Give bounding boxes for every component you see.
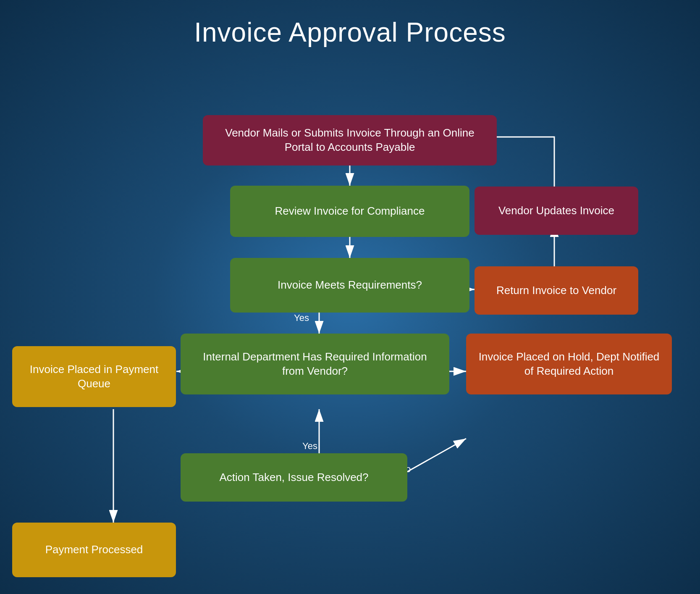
invoice-meets-node: Invoice Meets Requirements?	[230, 258, 469, 313]
yes-label-1: Yes	[294, 313, 309, 323]
page-title: Invoice Approval Process	[0, 0, 700, 60]
vendor-submit-node: Vendor Mails or Submits Invoice Through …	[203, 115, 497, 166]
internal-dept-node: Internal Department Has Required Informa…	[181, 334, 449, 394]
invoice-hold-node: Invoice Placed on Hold, Dept Notified of…	[466, 334, 672, 394]
return-to-vendor-node: Return Invoice to Vendor	[475, 266, 638, 315]
vendor-updates-node: Vendor Updates Invoice	[475, 187, 638, 235]
review-compliance-node: Review Invoice for Compliance	[230, 186, 469, 237]
action-taken-node: Action Taken, Issue Resolved?	[181, 453, 407, 502]
invoice-queue-node: Invoice Placed in Payment Queue	[12, 346, 176, 407]
payment-processed-node: Payment Processed	[12, 523, 176, 577]
yes-label-3: Yes	[302, 441, 317, 452]
